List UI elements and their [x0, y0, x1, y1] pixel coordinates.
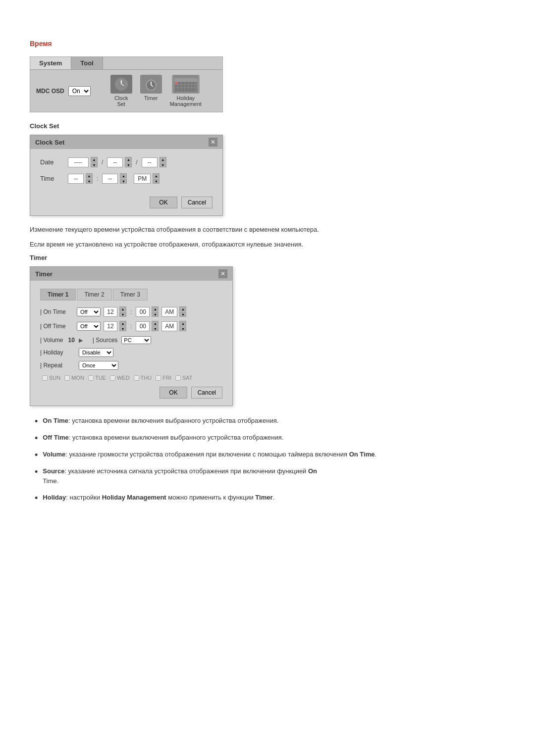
bullet-text-1: On Time: установка времени включения выб… [43, 416, 278, 426]
off-hour-up[interactable]: ▲ [119, 321, 126, 326]
volume-label: | Volume [40, 337, 63, 344]
day-tue-checkbox[interactable] [88, 375, 94, 381]
off-time-colon: : [130, 323, 132, 330]
clock-set-heading: Clock Set [30, 122, 59, 130]
time-ampm-up[interactable]: ▲ [153, 173, 160, 178]
on-ampm-val: AM [161, 307, 177, 317]
date-val3-down[interactable]: ▼ [160, 162, 166, 167]
day-mon-checkbox[interactable] [64, 375, 70, 381]
mdc-osd-row: MDC OSD On Off [36, 86, 91, 96]
list-item-ontime: • On Time: установка времени включения в… [35, 416, 505, 426]
date-sep2: / [136, 159, 137, 166]
on-min-down[interactable]: ▼ [152, 312, 159, 317]
volume-increase[interactable]: ▶ [79, 337, 83, 344]
date-val3-up[interactable]: ▲ [160, 157, 166, 162]
time-label: Time [40, 175, 65, 182]
on-hour-up[interactable]: ▲ [119, 306, 126, 311]
time-val2-down[interactable]: ▼ [120, 179, 127, 184]
holiday-select[interactable]: DisableEnable [79, 348, 113, 357]
clock-ok-button[interactable]: OK [150, 197, 177, 208]
system-panel: System Tool MDC OSD On Off [30, 56, 223, 112]
timer-icon-box [140, 75, 162, 94]
day-wed: WED [110, 375, 130, 381]
icon-holiday[interactable]: HolidayManagement [170, 75, 202, 107]
timer-cancel-button[interactable]: Cancel [191, 387, 222, 399]
clock-icon-label: ClockSet [114, 95, 128, 107]
timer-tab-1[interactable]: Timer 1 [40, 289, 76, 301]
day-fri-label: FRI [162, 375, 171, 381]
timer-dialog-titlebar: Timer ✕ [30, 267, 232, 281]
system-panel-body: MDC OSD On Off ClockSet [30, 70, 222, 112]
timer-ok-button[interactable]: OK [160, 387, 187, 399]
day-sat-label: SAT [182, 375, 193, 381]
day-wed-label: WED [117, 375, 130, 381]
off-hour-down[interactable]: ▼ [119, 326, 126, 331]
on-time-select[interactable]: OffOn [77, 307, 101, 316]
clock-dialog-footer: OK Cancel [30, 197, 222, 215]
on-hour-down[interactable]: ▼ [119, 312, 126, 317]
timer-tab-2[interactable]: Timer 2 [77, 289, 111, 301]
off-min-up[interactable]: ▲ [152, 321, 159, 326]
svg-rect-20 [175, 82, 177, 84]
timer-tabs: Timer 1 Timer 2 Timer 3 [40, 289, 222, 301]
bullet-dot-5: • [35, 494, 38, 503]
time-val2: -- [102, 174, 118, 184]
timer-tab-3[interactable]: Timer 3 [113, 289, 148, 301]
clock-dialog-titlebar: Clock Set ✕ [30, 135, 222, 149]
tab-tool[interactable]: Tool [71, 57, 103, 69]
svg-rect-5 [150, 79, 153, 81]
date-val1-up[interactable]: ▲ [91, 157, 98, 162]
date-label: Date [40, 158, 65, 166]
day-sat-checkbox[interactable] [175, 375, 181, 381]
date-val1-down[interactable]: ▼ [91, 162, 98, 167]
icon-group: ClockSet Timer [110, 75, 202, 107]
off-min-down[interactable]: ▼ [152, 326, 159, 331]
on-ampm-down[interactable]: ▼ [179, 312, 186, 317]
day-thu-label: THU [141, 375, 152, 381]
clock-dialog-title: Clock Set [35, 139, 64, 146]
on-hour-val: 12 [104, 307, 117, 317]
repeat-select[interactable]: Once Everyday Mon~Fri Mon~Sat Sat~Sun Ma… [79, 361, 118, 370]
volume-section: | Volume 10 ▶ [40, 337, 83, 344]
time-val1-down[interactable]: ▼ [86, 179, 93, 184]
list-item-source: • Source: указание источника сигнала уст… [35, 466, 505, 486]
off-ampm-up[interactable]: ▲ [179, 321, 186, 326]
time-ampm-down[interactable]: ▼ [153, 179, 160, 184]
day-thu-checkbox[interactable] [134, 375, 139, 381]
vol-src-row: | Volume 10 ▶ | Sources PCHDMIDVI [40, 336, 222, 344]
on-time-row: | On Time OffOn 12 ▲ ▼ : 00 ▲ ▼ AM [40, 306, 222, 317]
on-hour-spinner: 12 ▲ ▼ [104, 306, 126, 317]
off-ampm-down[interactable]: ▼ [179, 326, 186, 331]
clock-dialog-body: Date ---- ▲ ▼ / -- ▲ ▼ / -- ▲ [30, 149, 222, 197]
on-time-colon: : [130, 308, 132, 315]
time-val2-up[interactable]: ▲ [120, 173, 127, 178]
day-mon-label: MON [71, 375, 84, 381]
tab-system[interactable]: System [30, 57, 71, 69]
on-min-up[interactable]: ▲ [152, 306, 159, 311]
mdc-osd-select[interactable]: On Off [68, 86, 91, 96]
list-item-volume: • Volume: указание громкости устройства … [35, 450, 505, 459]
date-val2-down[interactable]: ▼ [125, 162, 132, 167]
bullet-text-5: Holiday: настройки Holiday Management мо… [43, 493, 274, 503]
clock-dialog-close[interactable]: ✕ [209, 138, 217, 147]
holiday-icon-label: HolidayManagement [170, 95, 202, 107]
day-wed-checkbox[interactable] [110, 375, 115, 381]
icon-clock[interactable]: ClockSet [110, 75, 132, 107]
sources-select[interactable]: PCHDMIDVI [121, 336, 151, 344]
timer-dialog-close[interactable]: ✕ [218, 269, 227, 278]
off-ampm: AM ▲ ▼ [161, 321, 186, 331]
off-time-select[interactable]: OffOn [77, 322, 101, 331]
bullet-dot-2: • [35, 434, 38, 443]
day-sun-checkbox[interactable] [42, 375, 48, 381]
clock-set-dialog: Clock Set ✕ Date ---- ▲ ▼ / -- ▲ ▼ / [30, 135, 223, 216]
time-val1-up[interactable]: ▲ [86, 173, 93, 178]
bullet-text-4: Source: указание источника сигнала устро… [43, 466, 317, 486]
icon-timer[interactable]: Timer [140, 75, 162, 107]
holiday-row: | Holiday DisableEnable [40, 348, 222, 357]
day-fri-checkbox[interactable] [156, 375, 161, 381]
date-val2-up[interactable]: ▲ [125, 157, 132, 162]
date-val1: ---- [68, 157, 89, 167]
on-ampm-up[interactable]: ▲ [179, 306, 186, 311]
svg-rect-10 [174, 78, 197, 82]
clock-cancel-button[interactable]: Cancel [181, 197, 213, 208]
